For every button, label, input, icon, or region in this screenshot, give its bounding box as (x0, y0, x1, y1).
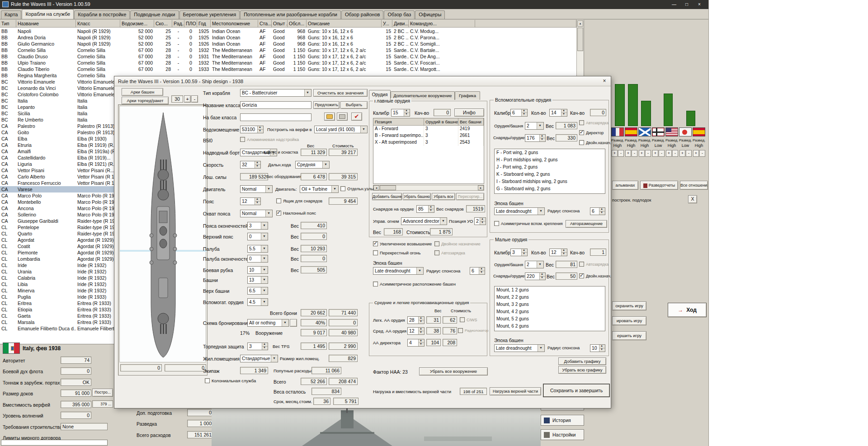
intel-minus-button[interactable]: - (686, 150, 692, 157)
armor-scheme-extra-button[interactable] (290, 319, 297, 327)
intel-minus-button[interactable]: - (659, 150, 665, 157)
secondary-caliber-spinner[interactable]: 6 (510, 109, 528, 117)
form-base-class-input[interactable] (240, 113, 311, 121)
spin-down-icon[interactable] (522, 253, 527, 256)
flag-usa-icon[interactable] (665, 127, 678, 136)
flag-spain-icon[interactable] (693, 127, 705, 136)
main-guns-fc-select[interactable]: Advanced director (401, 217, 447, 225)
main-guns-sponson-spinner[interactable]: 6 (470, 267, 485, 275)
secondary-shells-spinner[interactable]: 176 (525, 134, 546, 142)
column-header-10[interactable]: Опыт ... (272, 20, 288, 28)
main-guns-chk-dual-checkbox[interactable]: Двойное назначение (434, 241, 481, 246)
gun-table-header[interactable]: Позиция (373, 118, 424, 126)
small-count-spinner[interactable]: 12 (549, 249, 567, 256)
form-clear-all-button[interactable]: Очистить все значения (313, 89, 368, 97)
docks-build-button[interactable]: Постро... (92, 389, 113, 397)
spin-down-icon[interactable] (419, 331, 424, 334)
gun-table-cell[interactable]: 3 (424, 126, 458, 132)
column-header-14[interactable]: Диви... (392, 20, 409, 28)
secondary-dual-checkbox[interactable]: Двойн.назнач. (579, 140, 611, 145)
main-guns-btns-0-button[interactable]: Добавить башню (372, 193, 402, 200)
mount-list-item[interactable]: Mount, 4 2 guns (495, 308, 605, 315)
ship-row[interactable]: BBAndrea DoriaNapoli (R 1929)52 00025-01… (0, 34, 576, 41)
form-ship-type-select[interactable]: BC - Battlecruiser (240, 89, 311, 97)
gun-table-header[interactable]: Орудий в башне (424, 118, 458, 126)
minimize-button[interactable]: — (668, 0, 680, 9)
form-belt-spinner[interactable]: 12 (240, 197, 261, 205)
scroll-up-icon[interactable]: ▲ (577, 20, 583, 27)
ship-row[interactable]: BBUlpio TraianoCornelio Silla67 00028-01… (0, 60, 576, 66)
mount-list-item[interactable]: Mount, 5 2 guns (495, 315, 605, 323)
gun-table-cell[interactable]: 2543 (458, 139, 484, 146)
spin-down-icon[interactable] (419, 320, 424, 324)
main-tab-0[interactable]: Карта (1, 10, 21, 19)
form-range-select[interactable]: Средняя (295, 161, 330, 169)
dialog-tab-guns[interactable]: Орудия (369, 90, 391, 100)
flag-spain-icon[interactable] (625, 127, 637, 136)
gun-positions-table[interactable]: ПозицияОрудий в башнеВес башниA - Forwar… (373, 118, 484, 184)
intel-plus-button[interactable]: + (666, 150, 672, 157)
secondary-per-select[interactable]: 2 (525, 122, 544, 130)
edit-game-button[interactable]: ировать игру (612, 316, 646, 325)
scroll-right-icon[interactable]: ► (478, 185, 484, 190)
column-header-5[interactable]: Рад... (172, 20, 184, 28)
form-sec-armor-select[interactable]: 4.5 (247, 298, 268, 306)
intel-minus-button[interactable]: - (618, 150, 624, 157)
intel-plus-button[interactable]: + (679, 150, 685, 157)
ship-top-view[interactable] (119, 106, 206, 362)
mount-list-item[interactable]: K - Starboard wing, 2 guns (495, 171, 605, 178)
main-tab-4[interactable]: Береговые укрепления (179, 10, 240, 19)
main-tab-5[interactable]: Потопленные или разобранные корабли (240, 10, 341, 19)
gun-table-cell[interactable]: X - Aft superimposed (373, 139, 424, 146)
small-del-gfx-button[interactable]: Убрать всю графику (558, 366, 606, 374)
flag-scotland-icon[interactable] (638, 127, 651, 136)
small-caliber-spinner[interactable]: 3 (510, 249, 528, 256)
small-per-select[interactable]: 2 (525, 261, 544, 268)
main-tab-7[interactable]: Обзор баз (384, 10, 415, 19)
main-tab-2[interactable]: Корабли в постройке (74, 10, 130, 19)
main-guns-era-select[interactable]: Late dreadnought (373, 267, 424, 275)
form-suggest-button[interactable]: Предложить (313, 101, 340, 109)
main-guns-fc-pos-spinner[interactable]: 2 (474, 217, 486, 225)
ship-row[interactable]: BBNapoliNapoli (R 1929)52 00025-01925Ind… (0, 28, 576, 34)
bottom-load-btn-button[interactable]: Нагрузка верхней части (490, 387, 541, 395)
column-header-13[interactable]: У... (382, 20, 392, 28)
form-shell-box-label-checkbox[interactable]: Ящик для снарядов (276, 198, 322, 203)
mount-list-item[interactable]: Mount, 1 2 guns (495, 286, 605, 294)
turret-arcs-button[interactable]: Арки башен (122, 88, 163, 96)
mount-list-item[interactable]: I - Starboard midships wing, 2 guns (495, 178, 605, 185)
main-guns-chk-asym-checkbox[interactable]: Асимметричное расположение башен (373, 282, 456, 286)
spin-down-icon[interactable] (255, 165, 260, 168)
form-engine-select[interactable]: Normal (240, 185, 273, 193)
gun-table-cell[interactable]: 3 (424, 139, 458, 146)
spin-down-icon[interactable] (540, 138, 545, 141)
main-guns-caliber-spinner[interactable]: 15 (391, 109, 410, 117)
form-belt-ends-select[interactable]: 3 (247, 222, 268, 230)
gun-table-cell[interactable]: 2661 (458, 132, 484, 139)
open-folder-button[interactable] (324, 113, 335, 121)
spin-down-icon[interactable] (599, 211, 605, 215)
mount-list-item[interactable]: Mount, 3 2 guns (495, 301, 605, 308)
column-header-8[interactable]: Местоположение (211, 20, 258, 28)
intel-plus-button[interactable]: + (652, 150, 658, 157)
spin-down-icon[interactable] (255, 202, 260, 205)
main-guns-info-button[interactable]: Инфо (454, 108, 484, 117)
intel-minus-button[interactable]: - (632, 150, 637, 157)
main-guns-btns-2-button[interactable]: Убрать все (432, 193, 455, 200)
column-header-11[interactable]: Обсл... (288, 20, 307, 28)
end-game-button[interactable]: ершить игру (612, 331, 646, 340)
column-header-15[interactable]: Командую... (409, 20, 475, 28)
ship-row[interactable]: BBClaudio TiberioCornelio Silla67 00028-… (0, 66, 576, 72)
intel-minus-button[interactable]: - (645, 150, 651, 157)
spin-down-icon[interactable] (419, 343, 424, 346)
secondary-era-select[interactable]: Late dreadnought (494, 207, 545, 215)
secondary-director-checkbox[interactable]: Директор (579, 130, 604, 135)
small-add-gfx-button[interactable]: Добавить графику (558, 357, 606, 365)
column-header-4[interactable]: Ско... (154, 20, 172, 28)
dialog-close-button[interactable]: × (600, 78, 609, 85)
almanac-button[interactable]: альманах (612, 181, 638, 190)
column-header-3[interactable]: Водоизме... (120, 20, 154, 28)
intel-plus-button[interactable]: + (625, 150, 631, 157)
main-guns-btns-1-button[interactable]: Убрать башню (403, 193, 431, 200)
form-deck-ends-select[interactable]: 0 (247, 255, 268, 263)
